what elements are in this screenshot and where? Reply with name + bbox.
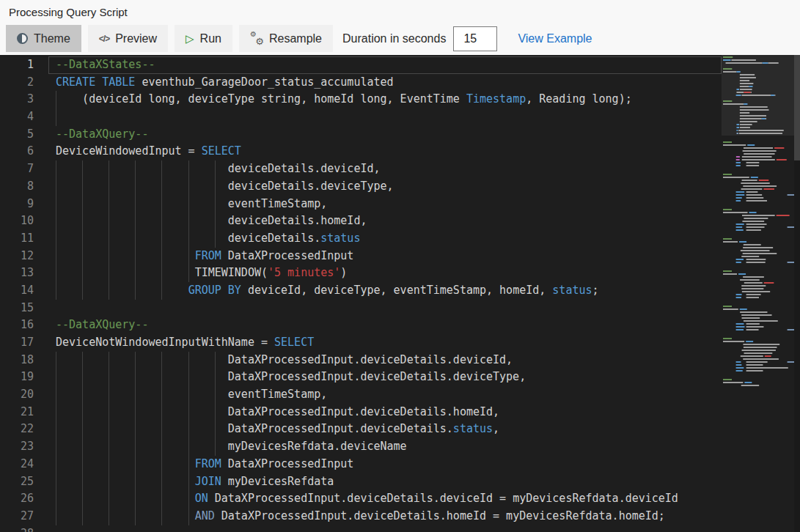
code-line[interactable]: 26 ON DataXProcessedInput.deviceDetails.… <box>0 490 722 508</box>
code-line[interactable]: 27 AND DataXProcessedInput.deviceDetails… <box>0 508 722 525</box>
code-line[interactable]: 17DeviceNotWindowedInputWithName = SELEC… <box>0 334 722 352</box>
code-line-text: TIMEWINDOW('5 minutes') <box>48 265 722 282</box>
code-line[interactable]: 4 <box>0 108 722 126</box>
indent-guide <box>188 248 189 265</box>
indent-guide <box>135 178 136 196</box>
indent-guide <box>135 508 136 525</box>
code-line[interactable]: 20 eventTimeStamp, <box>0 386 722 404</box>
indent-guide <box>109 438 109 456</box>
indent-guide <box>109 213 109 230</box>
indent-guide <box>109 369 109 386</box>
indent-guide <box>56 282 56 300</box>
minimap[interactable] <box>722 55 794 532</box>
code-line-text: --DataXQuery-- <box>48 317 722 334</box>
indent-guide <box>188 421 189 438</box>
indent-guide <box>188 352 189 369</box>
theme-button[interactable]: Theme <box>6 25 81 52</box>
code-line[interactable]: 8 deviceDetails.deviceType, <box>0 178 722 196</box>
code-line[interactable]: 7 deviceDetails.deviceId, <box>0 160 722 178</box>
run-button[interactable]: ▷ Run <box>175 25 232 52</box>
indent-guide <box>135 213 136 230</box>
line-number: 15 <box>0 300 34 317</box>
code-line[interactable]: 6DeviceWindowedInput = SELECT <box>0 143 722 160</box>
code-line-text: eventTimeStamp, <box>48 196 722 213</box>
code-line-text: FROM DataXProcessedInput <box>48 456 722 473</box>
view-example-link[interactable]: View Example <box>518 32 592 45</box>
indent-guide <box>56 456 56 473</box>
code-line-text <box>48 300 722 317</box>
indent-guide <box>82 265 83 282</box>
indent-guide <box>135 248 136 265</box>
code-area[interactable]: 1--DataXStates--2CREATE TABLE eventhub_G… <box>0 55 722 532</box>
preview-button-label: Preview <box>115 32 157 45</box>
code-line-text: DataXProcessedInput.deviceDetails.device… <box>48 369 722 386</box>
code-line[interactable]: 13 TIMEWINDOW('5 minutes') <box>0 265 722 282</box>
code-line[interactable]: 1--DataXStates-- <box>0 56 722 74</box>
code-line[interactable]: 11 deviceDetails.status <box>0 230 722 248</box>
toolbar: Theme </> Preview ▷ Run ⚙⚙ Resample Dura… <box>0 22 800 55</box>
indent-guide <box>56 352 56 369</box>
scrollbar-thumb[interactable] <box>794 55 800 160</box>
line-number: 19 <box>0 369 34 386</box>
code-line[interactable]: 14 GROUP BY deviceId, deviceType, eventT… <box>0 282 722 300</box>
indent-guide <box>82 421 83 438</box>
indent-guide <box>135 438 136 456</box>
code-line-text: (deviceId long, deviceType string, homeI… <box>48 91 722 108</box>
indent-guide <box>215 230 216 248</box>
code-line-text: deviceDetails.homeId, <box>48 213 722 230</box>
code-line[interactable]: 10 deviceDetails.homeId, <box>0 213 722 230</box>
indent-guide <box>135 386 136 404</box>
indent-guide <box>135 265 136 282</box>
code-line[interactable]: 23 myDevicesRefdata.deviceName <box>0 438 722 456</box>
resample-button[interactable]: ⚙⚙ Resample <box>239 25 333 52</box>
indent-guide <box>161 248 162 265</box>
indent-guide <box>161 160 162 178</box>
indent-guide <box>215 352 216 369</box>
line-number: 16 <box>0 317 34 334</box>
code-line[interactable]: 5--DataXQuery-- <box>0 126 722 144</box>
indent-guide <box>135 490 136 508</box>
code-line-text: deviceDetails.deviceId, <box>48 160 722 178</box>
play-icon: ▷ <box>186 33 194 44</box>
indent-guide <box>109 196 109 213</box>
indent-guide <box>188 456 189 473</box>
indent-guide <box>56 108 56 126</box>
indent-guide <box>56 369 56 386</box>
indent-guide <box>215 213 216 230</box>
line-number: 23 <box>0 438 34 456</box>
code-line-text: FROM DataXProcessedInput <box>48 248 722 265</box>
indent-guide <box>82 473 83 491</box>
code-line[interactable]: 18 DataXProcessedInput.deviceDetails.dev… <box>0 352 722 369</box>
code-line-text: --DataXStates-- <box>48 56 722 74</box>
indent-guide <box>188 473 189 491</box>
code-line[interactable]: 2CREATE TABLE eventhub_GarageDoor_status… <box>0 74 722 92</box>
line-number: 14 <box>0 282 34 300</box>
code-line[interactable]: 24 FROM DataXProcessedInput <box>0 456 722 473</box>
code-line[interactable]: 19 DataXProcessedInput.deviceDetails.dev… <box>0 369 722 386</box>
code-line-text: eventTimeStamp, <box>48 386 722 404</box>
code-line[interactable]: 28 <box>0 525 722 532</box>
code-line[interactable]: 12 FROM DataXProcessedInput <box>0 248 722 265</box>
indent-guide <box>161 438 162 456</box>
indent-guide <box>56 178 56 196</box>
code-line[interactable]: 15 <box>0 300 722 317</box>
code-line[interactable]: 21 DataXProcessedInput.deviceDetails.hom… <box>0 404 722 421</box>
code-line[interactable]: 9 eventTimeStamp, <box>0 196 722 213</box>
line-number: 7 <box>0 160 34 178</box>
indent-guide <box>56 230 56 248</box>
theme-button-label: Theme <box>34 32 70 45</box>
line-number: 2 <box>0 74 34 92</box>
code-line[interactable]: 22 DataXProcessedInput.deviceDetails.sta… <box>0 421 722 438</box>
indent-guide <box>215 178 216 196</box>
duration-input[interactable] <box>453 26 497 51</box>
preview-button[interactable]: </> Preview <box>88 25 168 52</box>
line-number: 13 <box>0 265 34 282</box>
indent-guide <box>109 404 109 421</box>
indent-guide <box>82 352 83 369</box>
code-line[interactable]: 3 (deviceId long, deviceType string, hom… <box>0 91 722 108</box>
scrollbar-track[interactable] <box>794 55 800 532</box>
code-line[interactable]: 16--DataXQuery-- <box>0 317 722 334</box>
indent-guide <box>188 369 189 386</box>
code-line[interactable]: 25 JOIN myDevicesRefdata <box>0 473 722 491</box>
indent-guide <box>188 196 189 213</box>
